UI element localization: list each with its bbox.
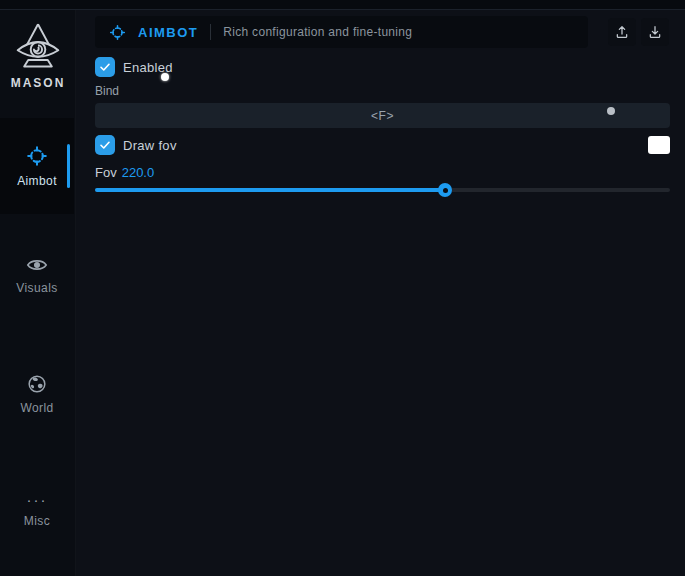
sidebar-item-label: World (20, 401, 53, 415)
draw-fov-checkbox[interactable] (95, 135, 115, 155)
fov-slider-fill (95, 188, 445, 192)
title-divider (210, 24, 211, 40)
page-title: AIMBOT (138, 25, 198, 40)
crosshair-icon (109, 24, 126, 41)
bind-input[interactable]: <F> (95, 103, 670, 128)
check-icon (99, 139, 111, 151)
bind-value: <F> (371, 109, 394, 123)
page-subtitle: Rich configuration and fine-tuning (223, 25, 412, 39)
sidebar-item-label: Aimbot (17, 174, 57, 188)
fov-slider-thumb[interactable] (438, 183, 452, 197)
draw-fov-label: Draw fov (123, 138, 177, 153)
sidebar-item-aimbot[interactable]: Aimbot (0, 118, 74, 214)
brand-logo: MASON (0, 20, 76, 90)
globe-icon (27, 374, 47, 394)
download-config-button[interactable] (641, 18, 669, 46)
fov-slider[interactable] (95, 188, 670, 192)
sidebar-item-label: Visuals (16, 281, 57, 295)
active-indicator (67, 144, 70, 188)
page-header: AIMBOT Rich configuration and fine-tunin… (95, 16, 588, 48)
main-panel: AIMBOT Rich configuration and fine-tunin… (76, 10, 685, 576)
download-icon (647, 24, 663, 40)
sidebar-item-visuals[interactable]: Visuals (0, 256, 74, 295)
fov-label-row: Fov220.0 (95, 165, 154, 180)
eye-icon (26, 256, 48, 274)
sidebar-item-label: Misc (24, 514, 50, 528)
sidebar-item-misc[interactable]: ··· Misc (0, 493, 74, 528)
crosshair-icon (26, 145, 48, 167)
brand-name: MASON (0, 76, 76, 90)
sidebar-item-world[interactable]: World (0, 374, 74, 415)
upload-icon (614, 24, 630, 40)
sidebar: MASON Aimbot Visuals World ··· (0, 10, 76, 576)
pyramid-eye-icon (12, 20, 64, 74)
bind-label: Bind (95, 84, 119, 98)
fov-label: Fov (95, 165, 117, 180)
check-icon (99, 61, 111, 73)
upload-config-button[interactable] (608, 18, 636, 46)
ellipsis-icon: ··· (27, 493, 48, 507)
enabled-checkbox[interactable] (95, 57, 115, 77)
gray-dot (607, 107, 615, 115)
cursor-dot (161, 73, 169, 81)
fov-color-swatch[interactable] (648, 136, 670, 154)
top-strip (0, 0, 685, 10)
fov-value: 220.0 (122, 165, 155, 180)
